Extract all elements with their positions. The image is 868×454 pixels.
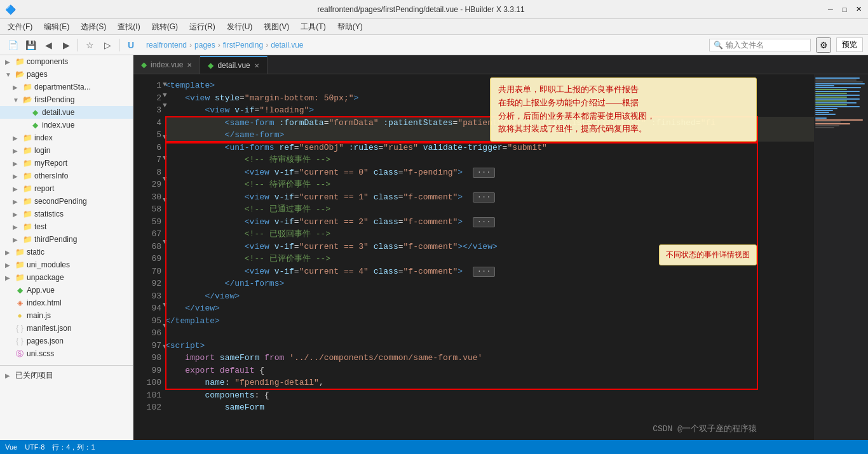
fold-101[interactable]: ▼ — [163, 342, 172, 352]
back-button[interactable]: ◀ — [41, 37, 56, 53]
sidebar-item-index-vue[interactable]: ▶ ◆ index.vue — [0, 119, 133, 131]
tab-vue-icon: ◆ — [141, 60, 147, 69]
fold-99[interactable]: ▼ — [163, 321, 172, 331]
sidebar-item-statistics[interactable]: ▶ 📁 statistics — [0, 208, 133, 220]
menu-tools[interactable]: 工具(T) — [295, 20, 330, 34]
code-content-wrapper[interactable]: 共用表单，即职工上报的不良事件报告 在我的上报业务功能中介绍过——根据 分析，后… — [133, 74, 814, 454]
line-num-29: 29 — [136, 178, 161, 191]
preview-button[interactable]: 预览 — [836, 37, 863, 52]
menu-jump[interactable]: 跳转(G) — [147, 20, 183, 34]
breadcrumb-file[interactable]: detail.vue — [271, 41, 303, 50]
sidebar-item-thirdpending[interactable]: ▶ 📁 thirdPending — [0, 233, 133, 246]
fold-2[interactable]: ▼ — [163, 90, 172, 101]
sidebar-item-departmentsta[interactable]: ▶ 📁 departmentSta... — [0, 81, 133, 93]
tab-index-vue[interactable]: ◆ index.vue ✕ — [133, 56, 200, 74]
menu-help[interactable]: 帮助(Y) — [332, 20, 368, 34]
code-line-70: <view v-if="current == 4" class="f-comme… — [165, 265, 814, 278]
title-bar-left: 🔷 — [5, 4, 16, 15]
sidebar-closed-projects[interactable]: ▶ 已关闭项目 — [0, 368, 133, 383]
json-file-icon: { } — [15, 337, 24, 345]
tab-detail-vue[interactable]: ◆ detail.vue ✕ — [200, 56, 267, 74]
fold-70[interactable]: ▼ — [163, 237, 172, 248]
breadcrumb-root[interactable]: realfrontend — [146, 41, 187, 50]
sidebar-item-detail-vue[interactable]: ▶ ◆ detail.vue — [0, 106, 133, 119]
search-input[interactable] — [726, 41, 789, 50]
sidebar-label: othersInfo — [34, 171, 68, 180]
sidebar-label: main.js — [27, 311, 51, 320]
folder-icon: 📁 — [15, 260, 24, 269]
menu-edit[interactable]: 编辑(E) — [39, 20, 74, 34]
run-button[interactable]: ▷ — [100, 37, 115, 53]
sidebar-item-index[interactable]: ▶ 📁 index — [0, 131, 133, 144]
save-button[interactable]: 💾 — [23, 37, 38, 53]
sidebar-item-uni-modules[interactable]: ▶ 📁 uni_modules — [0, 258, 133, 271]
sidebar-item-firstpending[interactable]: ▼ 📂 firstPending — [0, 93, 133, 106]
sidebar-label: thirdPending — [34, 235, 77, 244]
fold-8[interactable]: ▼ — [163, 153, 172, 164]
fold-1[interactable]: ▼ — [163, 79, 172, 90]
fold-97[interactable]: ▼ — [163, 300, 172, 310]
menu-publish[interactable]: 发行(U) — [222, 20, 258, 34]
sidebar-item-secondpending[interactable]: ▶ 📁 secondPending — [0, 195, 133, 208]
status-text: Vue — [5, 443, 17, 451]
sidebar-item-main-js[interactable]: ▶ ● main.js — [0, 309, 133, 322]
line-num-70: 70 — [136, 265, 161, 278]
sidebar-label: index.vue — [42, 121, 74, 130]
sidebar-item-test[interactable]: ▶ 📁 test — [0, 220, 133, 233]
sidebar-label: myReport — [34, 159, 67, 168]
sidebar-item-login[interactable]: ▶ 📁 login — [0, 144, 133, 157]
menu-run[interactable]: 运行(R) — [184, 20, 220, 34]
minimize-button[interactable]: ─ — [826, 5, 835, 14]
tab-close-button[interactable]: ✕ — [187, 62, 192, 69]
maximize-button[interactable]: □ — [840, 5, 849, 14]
sidebar-item-pages[interactable]: ▼ 📂 pages — [0, 68, 133, 81]
fold-59[interactable]: ▼ — [163, 195, 172, 206]
forward-button[interactable]: ▶ — [58, 37, 74, 53]
line-num-95: 95 — [136, 315, 161, 328]
folder-icon: 📁 — [23, 133, 32, 142]
title-bar: 🔷 realfrontend/pages/firstPending/detail… — [0, 0, 868, 19]
sidebar-item-myreport[interactable]: ▶ 📁 myReport — [0, 157, 133, 170]
sidebar-item-components[interactable]: ▶ 📁 components — [0, 55, 133, 68]
code-line-30: <view v-if="current == 1" class="f-comme… — [165, 191, 814, 204]
sidebar-item-manifest[interactable]: ▶ { } manifest.json — [0, 322, 133, 335]
sidebar-item-uni-scss[interactable]: ▶ Ⓢ uni.scss — [0, 347, 133, 360]
annotation-bottom-right: 不同状态的事件详情视图 — [659, 244, 757, 265]
fold-93 — [163, 258, 172, 269]
new-file-button[interactable]: 📄 — [5, 37, 20, 53]
tab-close-button[interactable]: ✕ — [254, 62, 259, 69]
sidebar-item-unpackage[interactable]: ▶ 📁 unpackage — [0, 271, 133, 284]
code-line-67: <!-- 已驳回事件 --> — [165, 228, 814, 241]
breadcrumb-firstpending[interactable]: firstPending — [223, 41, 263, 50]
sidebar-item-static[interactable]: ▶ 📁 static — [0, 246, 133, 258]
bookmark-button[interactable]: ☆ — [82, 37, 97, 53]
fold-3[interactable]: ▼ — [163, 100, 172, 111]
annotation-top-right: 共用表单，即职工上报的不良事件报告 在我的上报业务功能中介绍过——根据 分析，后… — [490, 77, 757, 142]
sidebar-item-report[interactable]: ▶ 📁 report — [0, 182, 133, 195]
close-button[interactable]: ✕ — [854, 5, 863, 14]
code-line-101: components: { — [165, 389, 814, 402]
fold-4 — [163, 111, 172, 122]
menu-file[interactable]: 文件(F) — [3, 20, 37, 34]
fold-30[interactable]: ▼ — [163, 174, 172, 185]
folder-icon: 📁 — [23, 210, 32, 218]
code-line-97: <script> — [165, 340, 814, 352]
arrow-icon: ▼ — [5, 71, 13, 78]
fold-6[interactable]: ▼ — [163, 132, 172, 143]
search-box[interactable]: 🔍 — [709, 39, 811, 51]
sidebar-item-app-vue[interactable]: ▶ ◆ App.vue — [0, 284, 133, 297]
sidebar-label: uni_modules — [27, 260, 70, 269]
menu-find[interactable]: 查找(I) — [112, 20, 145, 34]
menu-select[interactable]: 选择(S) — [76, 20, 111, 34]
arrow-icon: ▶ — [13, 236, 20, 243]
breadcrumb-pages[interactable]: pages — [194, 41, 215, 50]
folder-icon: 📁 — [15, 248, 24, 257]
hbuilder-button[interactable]: U — [123, 37, 139, 53]
sidebar-item-index-html[interactable]: ▶ ◈ index.html — [0, 297, 133, 309]
sidebar-item-pages-json[interactable]: ▶ { } pages.json — [0, 335, 133, 347]
sidebar-item-othersinfo[interactable]: ▶ 📁 othersInfo — [0, 170, 133, 182]
filter-button[interactable]: ⚙ — [816, 37, 831, 53]
sidebar-label-statistics: statistics — [34, 210, 64, 218]
code-editor[interactable]: 共用表单，即职工上报的不良事件报告 在我的上报业务功能中介绍过——根据 分析，后… — [133, 74, 868, 454]
menu-view[interactable]: 视图(V) — [259, 20, 294, 34]
